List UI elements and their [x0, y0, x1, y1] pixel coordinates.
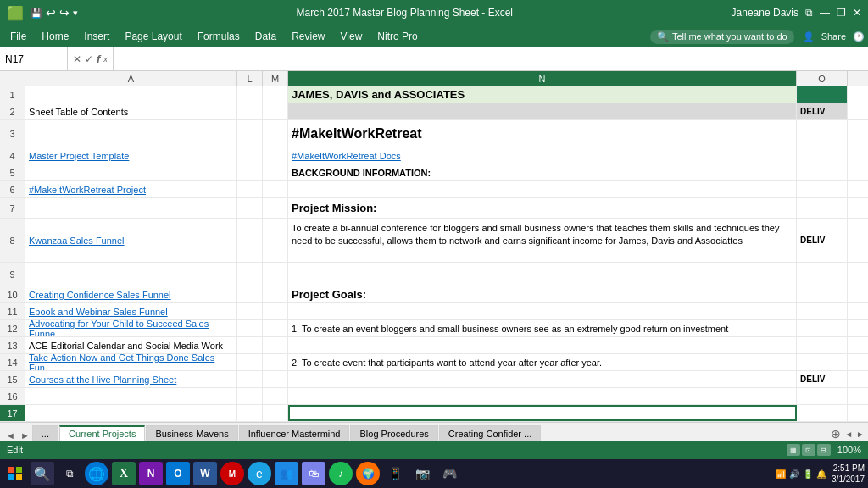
cell-n9[interactable] — [288, 263, 797, 286]
menu-formulas[interactable]: Formulas — [191, 29, 247, 44]
cell-o11[interactable] — [797, 303, 848, 319]
cell-m6[interactable] — [263, 181, 288, 197]
cell-n2[interactable] — [288, 103, 797, 119]
col-header-o[interactable]: O — [797, 71, 848, 86]
volume-icon[interactable]: 🔊 — [789, 469, 799, 479]
cell-m4[interactable] — [263, 147, 288, 164]
people-icon[interactable]: 👥 — [275, 462, 298, 485]
ie-icon[interactable]: e — [248, 462, 271, 485]
cell-n13[interactable] — [288, 337, 797, 353]
cell-a13[interactable]: ACE Editorial Calendar and Social Media … — [25, 337, 237, 353]
cell-l5[interactable] — [237, 164, 263, 180]
cell-a6[interactable]: #MakeItWorkRetreat Project — [25, 181, 237, 197]
cell-l7[interactable] — [237, 198, 263, 218]
tab-business-mavens[interactable]: Business Mavens — [146, 425, 237, 441]
cell-o14[interactable] — [797, 354, 848, 370]
network-icon[interactable]: 📶 — [776, 469, 786, 479]
redo-icon[interactable]: ↪ — [59, 6, 70, 19]
cell-n3[interactable]: #MakeItWorkRetreat — [288, 120, 797, 147]
insert-function-icon[interactable]: f — [97, 53, 100, 65]
cell-n1[interactable]: JAMES, DAVIS and ASSOCIATES — [288, 86, 797, 103]
cell-a16[interactable] — [25, 388, 237, 404]
notification-icon[interactable]: 🔔 — [816, 469, 826, 479]
confirm-formula-icon[interactable]: ✓ — [85, 53, 93, 65]
tab-scroll-left[interactable]: ◄ — [3, 430, 18, 441]
cell-m17[interactable] — [263, 405, 288, 421]
close-button[interactable]: ✕ — [853, 7, 861, 19]
cell-o5[interactable] — [797, 164, 848, 180]
store-icon[interactable]: 🛍 — [302, 462, 326, 485]
cell-l11[interactable] — [237, 303, 263, 319]
restore-button[interactable]: ❐ — [837, 7, 846, 19]
word-icon[interactable]: W — [193, 462, 217, 485]
share-button[interactable]: Share — [821, 31, 846, 42]
cell-a4[interactable]: Master Project Template — [25, 147, 237, 164]
cell-a1[interactable] — [25, 86, 237, 103]
tab-creating-confider[interactable]: Creating Confider ... — [439, 425, 541, 441]
menu-page-layout[interactable]: Page Layout — [118, 29, 188, 44]
cell-n6[interactable] — [288, 181, 797, 197]
cell-o6[interactable] — [797, 181, 848, 197]
cell-l3[interactable] — [237, 120, 263, 147]
col-header-l[interactable]: L — [237, 71, 263, 86]
battery-icon[interactable]: 🔋 — [803, 469, 813, 479]
tab-blog-procedures[interactable]: Blog Procedures — [350, 425, 437, 441]
cell-m9[interactable] — [263, 263, 288, 286]
cell-a8[interactable]: Kwanzaa Sales Funnel — [25, 219, 237, 262]
history-icon[interactable]: 🕐 — [853, 31, 865, 42]
cell-o2[interactable]: DELIV — [797, 103, 848, 119]
cell-o13[interactable] — [797, 337, 848, 353]
menu-insert[interactable]: Insert — [77, 29, 116, 44]
cell-a9[interactable] — [25, 263, 237, 286]
outlook-icon[interactable]: O — [166, 462, 190, 485]
cell-a17[interactable] — [25, 405, 237, 421]
start-button[interactable] — [3, 462, 27, 485]
page-break-button[interactable]: ⊟ — [817, 444, 831, 456]
tell-me-input[interactable]: 🔍 Tell me what you want to do — [650, 30, 794, 44]
cell-m16[interactable] — [263, 388, 288, 404]
cell-a11[interactable]: Ebook and Webinar Sales Funnel — [25, 303, 237, 319]
cell-o12[interactable] — [797, 320, 848, 336]
cell-o4[interactable] — [797, 147, 848, 164]
task-view-button[interactable]: ⧉ — [58, 462, 81, 485]
cell-m8[interactable] — [263, 219, 288, 262]
mcafee-icon[interactable]: M — [220, 462, 244, 485]
cancel-formula-icon[interactable]: ✕ — [73, 53, 81, 65]
clock[interactable]: 2:51 PM 3/1/2017 — [832, 463, 865, 485]
tab-influencer-mastermind[interactable]: Influencer Mastermind — [239, 425, 350, 441]
cell-l12[interactable] — [237, 320, 263, 336]
cell-l10[interactable] — [237, 286, 263, 302]
save-icon[interactable]: 💾 — [31, 8, 42, 19]
cell-n5[interactable]: BACKGROUND INFORMATION: — [288, 164, 797, 180]
tab-scroll-right[interactable]: ► — [18, 430, 32, 441]
edge-icon[interactable]: 🌐 — [85, 462, 108, 485]
scroll-right-icon[interactable]: ► — [856, 430, 865, 439]
cell-o8[interactable]: DELIV — [797, 219, 848, 262]
browser2-icon[interactable]: 🌍 — [356, 462, 380, 485]
cell-n12[interactable]: 1. To create an event bloggers and small… — [288, 320, 797, 336]
phone-icon[interactable]: 📱 — [383, 462, 407, 485]
col-header-a[interactable]: A — [25, 71, 237, 86]
menu-data[interactable]: Data — [248, 29, 283, 44]
cell-o15[interactable]: DELIV — [797, 371, 848, 387]
cell-o10[interactable] — [797, 286, 848, 302]
cell-o16[interactable] — [797, 388, 848, 404]
cell-l9[interactable] — [237, 263, 263, 286]
col-header-n[interactable]: N — [288, 71, 797, 86]
cell-n11[interactable] — [288, 303, 797, 319]
cell-n7[interactable]: Project Mission: — [288, 198, 797, 218]
cell-n15[interactable] — [288, 371, 797, 387]
cell-a5[interactable] — [25, 164, 237, 180]
onenote-icon[interactable]: N — [139, 462, 163, 485]
cell-o17[interactable] — [797, 405, 848, 421]
cell-o3[interactable] — [797, 120, 848, 147]
cell-l8[interactable] — [237, 219, 263, 262]
search-taskbar-button[interactable]: 🔍 — [31, 462, 54, 485]
cell-o1[interactable] — [797, 86, 848, 103]
cell-l6[interactable] — [237, 181, 263, 197]
tab-current-projects[interactable]: Current Projects — [59, 425, 145, 441]
cell-a15[interactable]: Courses at the Hive Planning Sheet — [25, 371, 237, 387]
scroll-left-icon[interactable]: ◄ — [844, 430, 853, 439]
cell-n8[interactable]: To create a bi-annual conference for blo… — [288, 219, 797, 262]
cell-l13[interactable] — [237, 337, 263, 353]
